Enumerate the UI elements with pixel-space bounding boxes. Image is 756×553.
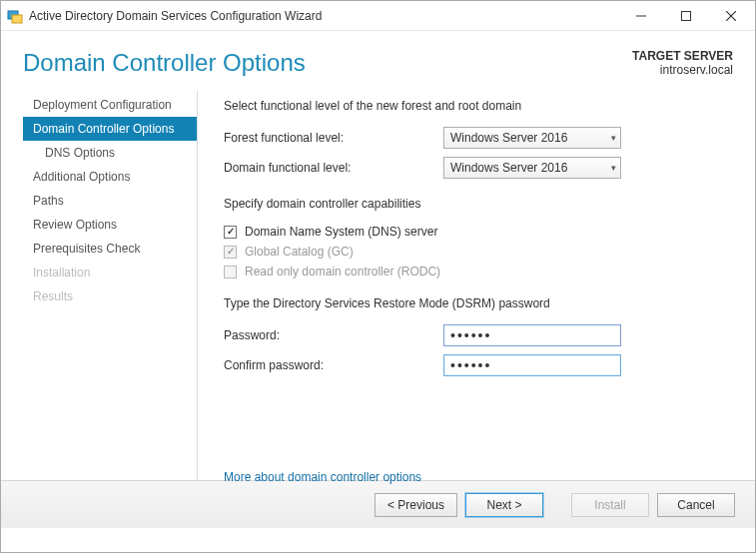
rodc-checkbox-row: Read only domain controller (RODC)	[224, 265, 725, 278]
more-about-link[interactable]: More about domain controller options	[224, 470, 421, 484]
window-title: Active Directory Domain Services Configu…	[29, 9, 618, 23]
domain-level-label: Domain functional level:	[224, 161, 443, 175]
forest-level-row: Forest functional level: Windows Server …	[224, 127, 725, 149]
target-server-label: TARGET SERVER	[632, 49, 733, 63]
confirm-password-label: Confirm password:	[224, 358, 443, 372]
gc-checkbox	[224, 246, 237, 259]
password-value: ••••••	[450, 327, 491, 343]
target-server-value: introserv.local	[632, 63, 733, 77]
forest-level-value: Windows Server 2016	[450, 131, 567, 145]
gc-checkbox-row: Global Catalog (GC)	[224, 245, 725, 259]
content-panel: Select functional level of the new fores…	[198, 91, 755, 480]
confirm-password-value: ••••••	[450, 357, 491, 373]
nav-prerequisites-check[interactable]: Prerequisites Check	[23, 237, 197, 261]
nav-deployment-configuration[interactable]: Deployment Configuration	[23, 93, 197, 117]
nav-installation: Installation	[23, 261, 197, 284]
password-label: Password:	[224, 328, 443, 342]
install-button: Install	[571, 493, 649, 517]
gc-checkbox-label: Global Catalog (GC)	[245, 245, 354, 259]
next-button[interactable]: Next >	[465, 493, 543, 517]
nav-additional-options[interactable]: Additional Options	[23, 165, 197, 189]
functional-level-text: Select functional level of the new fores…	[224, 99, 725, 113]
previous-button[interactable]: < Previous	[375, 493, 457, 517]
close-button[interactable]	[708, 2, 753, 30]
nav-paths[interactable]: Paths	[23, 189, 197, 213]
password-row: Password: ••••••	[224, 324, 725, 346]
nav-dns-options[interactable]: DNS Options	[23, 141, 197, 165]
window-controls	[618, 2, 753, 30]
chevron-down-icon: ▾	[611, 163, 616, 173]
body: Deployment Configuration Domain Controll…	[1, 91, 755, 480]
maximize-button[interactable]	[663, 2, 708, 30]
domain-level-row: Domain functional level: Windows Server …	[224, 157, 725, 179]
chevron-down-icon: ▾	[611, 133, 616, 143]
dns-checkbox-label: Domain Name System (DNS) server	[245, 225, 437, 239]
nav-domain-controller-options[interactable]: Domain Controller Options	[23, 117, 197, 141]
confirm-password-input[interactable]: ••••••	[443, 354, 621, 376]
nav-review-options[interactable]: Review Options	[23, 213, 197, 237]
sidebar: Deployment Configuration Domain Controll…	[23, 91, 198, 480]
capabilities-text: Specify domain controller capabilities	[224, 197, 725, 211]
page-title: Domain Controller Options	[23, 49, 632, 77]
dns-checkbox-row: Domain Name System (DNS) server	[224, 225, 725, 239]
forest-level-label: Forest functional level:	[224, 131, 443, 145]
rodc-checkbox	[224, 266, 237, 278]
rodc-checkbox-label: Read only domain controller (RODC)	[245, 265, 440, 278]
footer: < Previous Next > Install Cancel	[1, 480, 755, 528]
minimize-button[interactable]	[618, 2, 663, 30]
domain-level-select[interactable]: Windows Server 2016 ▾	[443, 157, 621, 179]
domain-level-value: Windows Server 2016	[450, 161, 567, 175]
nav-results: Results	[23, 284, 197, 308]
titlebar: Active Directory Domain Services Configu…	[1, 1, 755, 31]
cancel-button[interactable]: Cancel	[657, 493, 735, 517]
header: Domain Controller Options TARGET SERVER …	[1, 31, 755, 91]
forest-level-select[interactable]: Windows Server 2016 ▾	[443, 127, 621, 149]
dns-checkbox[interactable]	[224, 226, 237, 239]
svg-rect-3	[681, 11, 690, 20]
dsrm-text: Type the Directory Services Restore Mode…	[224, 296, 725, 310]
app-icon	[7, 8, 23, 24]
password-input[interactable]: ••••••	[443, 324, 621, 346]
target-server-box: TARGET SERVER introserv.local	[632, 49, 733, 77]
svg-rect-1	[12, 15, 22, 23]
confirm-password-row: Confirm password: ••••••	[224, 354, 725, 376]
